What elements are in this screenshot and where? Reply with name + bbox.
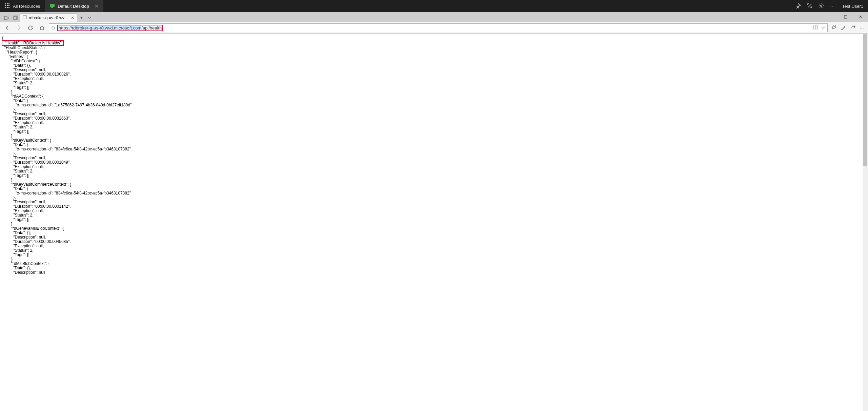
tabs-chevron-icon[interactable] — [85, 14, 94, 22]
new-tab-button[interactable]: ＋ — [77, 14, 85, 22]
rd-tab-all-resources[interactable]: All Resources — [0, 0, 45, 12]
browser-tab-title: rdbroker-g-us-r0.wvd.m — [29, 16, 69, 20]
pin-icon[interactable] — [795, 3, 801, 9]
browser-tabstrip: rdbroker-g-us-r0.wvd.m ✕ ＋ — ✕ — [0, 12, 868, 22]
svg-rect-14 — [14, 17, 17, 19]
fullscreen-icon[interactable] — [807, 3, 812, 9]
remote-desktop-bar: All Resources Default Desktop ✕ ⋯ Test U… — [0, 0, 868, 12]
svg-rect-9 — [50, 4, 55, 7]
svg-rect-2 — [8, 3, 9, 4]
svg-point-11 — [821, 5, 822, 6]
maximize-button[interactable] — [838, 12, 853, 22]
lock-icon — [51, 25, 55, 30]
rd-user-label: Test User1 — [842, 4, 863, 9]
svg-rect-5 — [8, 5, 9, 6]
rd-tab-label: All Resources — [13, 4, 40, 9]
gear-icon[interactable] — [819, 3, 824, 9]
favorites-list-icon[interactable] — [831, 25, 836, 31]
more-icon[interactable]: ⋯ — [830, 3, 835, 9]
close-icon[interactable]: ✕ — [95, 3, 99, 9]
share-icon[interactable] — [850, 25, 855, 31]
svg-rect-3 — [5, 5, 6, 6]
browser-address-bar: https://rdbroker-g-us-r0.wvd.microsoft.c… — [0, 22, 868, 34]
health-line-highlight: "Health": "RDBroker is Healthy", — [2, 40, 64, 46]
scrollbar-thumb[interactable] — [863, 34, 867, 166]
browser-tab[interactable]: rdbroker-g-us-r0.wvd.m ✕ — [20, 14, 77, 22]
apps-grid-icon — [5, 3, 10, 9]
page-viewport: { "Health": "RDBroker is Healthy", "Heal… — [0, 34, 868, 411]
rd-tab-label: Default Desktop — [58, 4, 89, 9]
url-text: https://rdbroker-g-us-r0.wvd.microsoft.c… — [57, 25, 163, 31]
home-button[interactable] — [37, 23, 47, 33]
svg-rect-17 — [52, 27, 55, 29]
more-icon[interactable]: ⋯ — [860, 25, 864, 30]
vertical-scrollbar[interactable] — [863, 34, 868, 411]
notes-icon[interactable] — [841, 25, 846, 31]
desktop-icon — [49, 3, 55, 9]
tabs-list-icon[interactable] — [12, 14, 19, 22]
json-response: { "Health": "RDBroker is Healthy", "Heal… — [2, 36, 866, 275]
page-icon — [23, 15, 27, 20]
window-buttons: — ✕ — [823, 12, 868, 22]
svg-rect-6 — [5, 7, 6, 8]
svg-rect-0 — [5, 3, 6, 4]
svg-rect-16 — [844, 16, 847, 18]
svg-rect-15 — [23, 16, 26, 19]
minimize-button[interactable]: — — [823, 12, 838, 22]
close-icon[interactable]: ✕ — [71, 16, 74, 20]
svg-rect-1 — [7, 3, 8, 4]
favorite-icon[interactable]: ☆ — [821, 25, 825, 30]
svg-rect-10 — [51, 7, 53, 8]
svg-rect-7 — [7, 7, 8, 8]
svg-rect-12 — [4, 16, 7, 20]
svg-rect-4 — [7, 5, 8, 6]
set-aside-tabs-icon[interactable] — [3, 14, 10, 22]
refresh-button[interactable] — [26, 23, 35, 33]
svg-rect-8 — [8, 7, 9, 8]
url-field[interactable]: https://rdbroker-g-us-r0.wvd.microsoft.c… — [49, 23, 828, 32]
browser-window: rdbroker-g-us-r0.wvd.m ✕ ＋ — ✕ https://r… — [0, 12, 868, 34]
rd-tab-default-desktop[interactable]: Default Desktop ✕ — [45, 0, 103, 12]
close-button[interactable]: ✕ — [853, 12, 868, 22]
forward-button[interactable] — [14, 23, 24, 33]
reading-view-icon[interactable] — [813, 25, 818, 31]
back-button[interactable] — [3, 23, 12, 33]
